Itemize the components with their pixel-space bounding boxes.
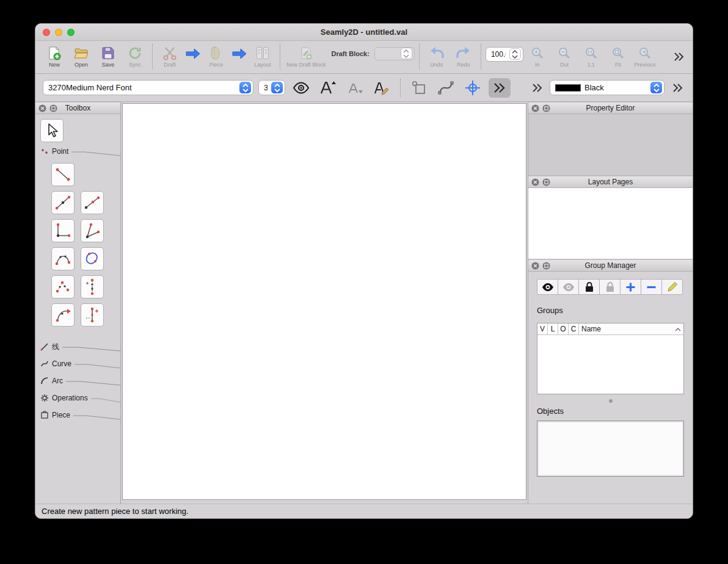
window-title: Seamly2D - untitled.val — [35, 27, 693, 37]
tool-point-at-distance-angle[interactable] — [51, 163, 75, 186]
new-draft-block-label: New Draft Block — [286, 62, 326, 68]
line-color-select[interactable]: Black — [550, 80, 664, 95]
spline-tool-button[interactable] — [435, 78, 457, 98]
float-panel-icon[interactable] — [542, 262, 550, 270]
format-overflow-chevron-icon[interactable] — [531, 83, 542, 93]
column-header-name[interactable]: Name — [579, 324, 683, 334]
toolbox-section-arc[interactable]: Arc — [35, 373, 120, 389]
main-area: Toolbox Point — [35, 102, 693, 504]
new-button-label: New — [49, 62, 60, 68]
edit-label-font-button[interactable] — [371, 78, 393, 98]
combo-stepper-icon — [401, 48, 412, 59]
lock-icon — [584, 281, 594, 292]
toolbox-section-line[interactable]: 线 — [35, 339, 120, 355]
tool-point-curve-intersect-axis[interactable] — [51, 303, 75, 327]
toolbox-section-piece[interactable]: Piece — [35, 407, 120, 423]
close-panel-icon[interactable] — [531, 178, 539, 186]
lock-groups-button[interactable] — [578, 279, 600, 295]
open-button[interactable]: Open — [68, 45, 94, 68]
column-header-color[interactable]: C — [569, 324, 579, 334]
panel-splitter-handle[interactable] — [609, 399, 613, 403]
tool-point-line-intersect-axis[interactable] — [81, 303, 104, 327]
draft-mode-label: Draft — [164, 62, 176, 68]
zoom-stepper-icon[interactable] — [509, 48, 521, 60]
tool-point-bisector[interactable] — [81, 219, 104, 242]
goto-piece-mode-arrow-icon[interactable] — [184, 42, 202, 66]
tool-point-perpendicular[interactable] — [51, 219, 75, 242]
arc-section-label: Arc — [52, 377, 63, 385]
toolbox-section-operations[interactable]: Operations — [35, 390, 120, 406]
toolbar-overflow-chevron-icon[interactable] — [673, 52, 684, 62]
column-header-objects[interactable]: O — [558, 324, 569, 334]
arrow-tool-button[interactable] — [40, 119, 64, 142]
zoom-in-button[interactable]: In — [525, 45, 550, 68]
format-overflow-chevron-icon-right[interactable] — [672, 83, 683, 93]
cursor-arrow-icon — [44, 123, 60, 139]
close-panel-icon[interactable] — [531, 262, 539, 270]
tool-point-along-line[interactable] — [51, 191, 75, 214]
tool-point-midpoint[interactable] — [81, 191, 104, 214]
show-point-names-button[interactable] — [290, 78, 312, 98]
font-size-spinbox[interactable]: 32 — [258, 80, 285, 95]
group-manager-toolbar — [537, 279, 684, 295]
layout-mode-button[interactable]: Layout — [250, 45, 275, 68]
toolbox-section-curve[interactable]: Curve — [35, 356, 120, 372]
close-window-button[interactable] — [43, 29, 50, 36]
section-divider-line — [66, 376, 120, 386]
new-draft-block-button[interactable]: New Draft Block — [285, 45, 328, 68]
tool-point-vertical-axis[interactable] — [81, 275, 104, 298]
snap-target-button[interactable] — [462, 78, 484, 98]
objects-list[interactable] — [537, 421, 684, 477]
tool-point-on-curve[interactable] — [51, 247, 75, 270]
column-header-visible[interactable]: V — [537, 324, 548, 334]
remove-group-button[interactable] — [641, 279, 662, 295]
zoom-fit-button[interactable]: Fit — [605, 45, 631, 68]
column-header-locked[interactable]: L — [548, 324, 558, 334]
increase-label-font-button[interactable] — [317, 78, 339, 98]
groups-table-body[interactable] — [537, 335, 683, 394]
drawing-canvas[interactable] — [122, 103, 526, 500]
draft-mode-button[interactable]: Draft — [157, 45, 183, 68]
zoom-previous-icon — [638, 45, 652, 61]
titlebar[interactable]: Seamly2D - untitled.val — [35, 24, 693, 41]
hide-groups-button[interactable] — [558, 279, 579, 295]
goto-layout-mode-arrow-icon[interactable] — [230, 42, 249, 66]
eye-icon — [542, 283, 554, 292]
zoom-previous-label: Previous — [634, 62, 655, 68]
zoom-one-to-one-button[interactable]: 1:1 — [578, 45, 604, 68]
draft-block-select[interactable] — [374, 47, 415, 60]
minimize-window-button[interactable] — [55, 29, 62, 36]
close-panel-icon[interactable] — [531, 104, 539, 112]
show-groups-button[interactable] — [537, 279, 558, 295]
piece-mode-button[interactable]: Piece — [203, 45, 229, 68]
sync-button[interactable]: Sync — [122, 45, 148, 68]
tool-point-intersection[interactable] — [51, 275, 75, 298]
tool-point-on-spline[interactable] — [81, 247, 104, 270]
close-panel-icon[interactable] — [38, 104, 46, 112]
add-group-button[interactable] — [620, 279, 641, 295]
float-panel-icon[interactable] — [542, 178, 550, 186]
zoom-previous-button[interactable]: Previous — [632, 45, 658, 68]
edit-group-button[interactable] — [661, 279, 683, 295]
decrease-label-font-button[interactable] — [344, 78, 366, 98]
objects-label: Objects — [537, 407, 684, 416]
toolbox-section-point[interactable]: Point — [35, 143, 120, 159]
union-tool-button[interactable] — [408, 78, 430, 98]
fullscreen-window-button[interactable] — [67, 29, 75, 36]
unlock-groups-button[interactable] — [599, 279, 621, 295]
piece-section-icon — [40, 411, 49, 419]
zoom-out-button[interactable]: Out — [551, 45, 577, 68]
redo-button[interactable]: Redo — [451, 45, 476, 68]
font-edit-pen-icon — [374, 81, 390, 95]
save-button[interactable]: Save — [95, 45, 121, 68]
new-button[interactable]: New — [42, 45, 67, 68]
zoom-spinbox[interactable]: 100.0% — [486, 47, 523, 62]
float-panel-icon[interactable] — [49, 104, 57, 112]
float-panel-icon[interactable] — [542, 104, 550, 112]
spline-curve-icon — [438, 81, 454, 95]
font-family-select[interactable]: 3270Medium Nerd Font — [43, 80, 253, 95]
undo-button[interactable]: Undo — [424, 45, 450, 68]
layout-pages-content — [528, 188, 693, 259]
toolbox-body: Point — [35, 114, 120, 504]
expand-tools-button[interactable] — [489, 78, 511, 98]
